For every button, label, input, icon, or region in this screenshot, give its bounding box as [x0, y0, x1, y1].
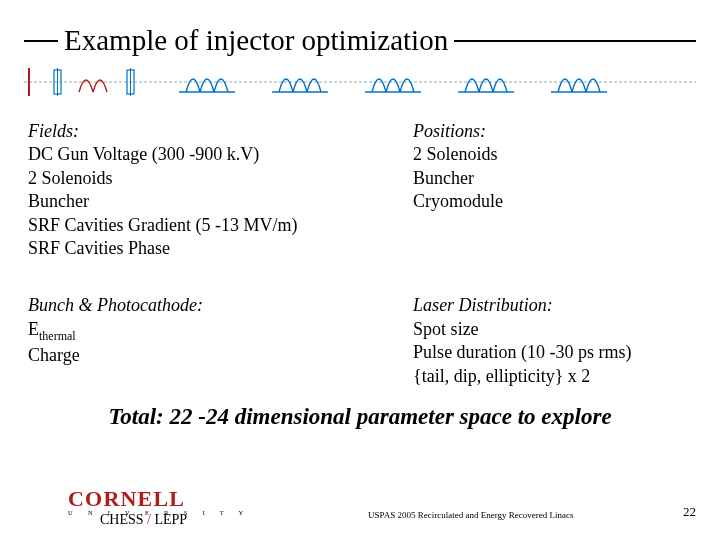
- positions-heading: Positions:: [413, 120, 692, 143]
- positions-block: Positions: 2 Solenoids Buncher Cryomodul…: [413, 120, 692, 260]
- lepp-text: LEPP: [154, 512, 187, 527]
- fields-block: Fields: DC Gun Voltage (300 -900 k.V) 2 …: [28, 120, 413, 260]
- fields-item: 2 Solenoids: [28, 167, 413, 190]
- positions-item: Buncher: [413, 167, 692, 190]
- laser-item: {tail, dip, ellipticity} x 2: [413, 365, 692, 388]
- chess-lepp-label: CHESS / LEPP: [100, 512, 187, 528]
- beamline-schematic: [24, 62, 696, 102]
- bunch-ethermal: Ethermal: [28, 318, 413, 344]
- title-rule-left: [24, 40, 58, 42]
- content-grid: Fields: DC Gun Voltage (300 -900 k.V) 2 …: [28, 120, 692, 388]
- title-rule-right: [454, 40, 696, 42]
- slide-title: Example of injector optimization: [58, 24, 454, 57]
- page-number: 22: [683, 504, 696, 520]
- separator: /: [144, 512, 155, 527]
- e-label: E: [28, 319, 39, 339]
- laser-item: Pulse duration (10 -30 ps rms): [413, 341, 692, 364]
- laser-heading: Laser Distribution:: [413, 294, 692, 317]
- footer-caption: USPAS 2005 Recirculated and Energy Recov…: [368, 510, 573, 520]
- bunch-block: Bunch & Photocathode: Ethermal Charge: [28, 294, 413, 388]
- positions-item: Cryomodule: [413, 190, 692, 213]
- positions-item: 2 Solenoids: [413, 143, 692, 166]
- bunch-charge: Charge: [28, 344, 413, 367]
- fields-item: SRF Cavities Phase: [28, 237, 413, 260]
- chess-text: CHESS: [100, 512, 144, 527]
- fields-heading: Fields:: [28, 120, 413, 143]
- laser-block: Laser Distribution: Spot size Pulse dura…: [413, 294, 692, 388]
- fields-item: Buncher: [28, 190, 413, 213]
- slide-title-bar: Example of injector optimization: [24, 24, 696, 57]
- fields-item: SRF Cavities Gradient (5 -13 MV/m): [28, 214, 413, 237]
- e-subscript: thermal: [39, 328, 76, 342]
- fields-item: DC Gun Voltage (300 -900 k.V): [28, 143, 413, 166]
- laser-item: Spot size: [413, 318, 692, 341]
- bunch-heading: Bunch & Photocathode:: [28, 294, 413, 317]
- summary-line: Total: 22 -24 dimensional parameter spac…: [0, 404, 720, 430]
- svg-rect-1: [28, 68, 30, 96]
